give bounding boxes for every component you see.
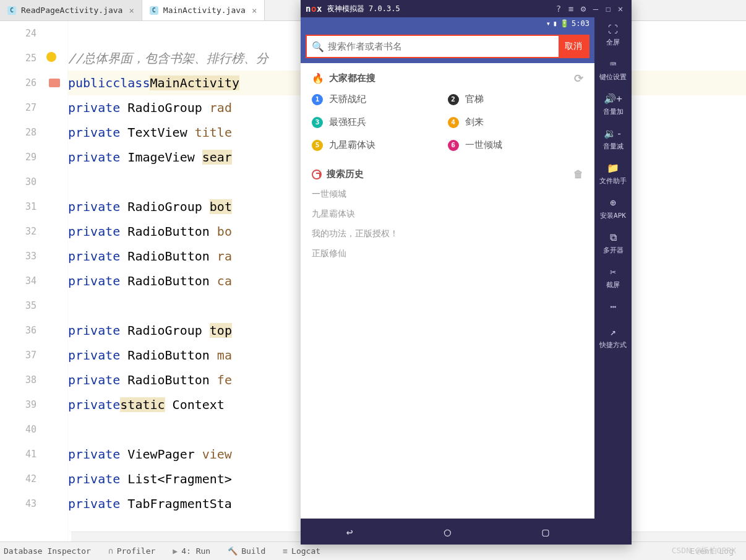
rank-badge: 2: [448, 94, 459, 105]
nox-side-button[interactable]: ✂截屏: [606, 266, 620, 290]
hot-item-label: 一世倾城: [465, 139, 502, 151]
side-label: 多开器: [603, 246, 624, 255]
nox-side-button[interactable]: ⊕安装APK: [600, 197, 626, 220]
signal-icon: ▮: [553, 19, 557, 28]
menu-icon[interactable]: ≡: [565, 4, 577, 14]
line-number: 24: [0, 21, 67, 46]
tool-icon: ▶: [173, 546, 178, 556]
maximize-icon[interactable]: ☐: [602, 4, 614, 14]
hot-search-item[interactable]: 5九星霸体诀: [312, 139, 448, 151]
toolwindow-button[interactable]: Database Inspector: [0, 546, 91, 556]
rank-badge: 5: [312, 140, 323, 151]
class-gutter-icon: [49, 79, 60, 87]
search-input[interactable]: [328, 41, 554, 52]
hot-search-item[interactable]: 2官梯: [448, 93, 584, 105]
line-number: 32: [0, 219, 67, 244]
line-number: 34: [0, 269, 67, 293]
line-number: 25: [0, 46, 67, 71]
hot-search-item[interactable]: 1天骄战纪: [312, 93, 448, 105]
minimize-icon[interactable]: —: [590, 4, 602, 14]
editor-tab[interactable]: CMainActivity.java×: [142, 0, 265, 20]
nox-logo: nox: [306, 4, 322, 14]
toolwindow-button[interactable]: ∩Profiler: [108, 546, 155, 556]
line-number: 33: [0, 244, 67, 269]
tool-icon: ≡: [283, 546, 288, 556]
line-number: 43: [0, 491, 67, 516]
tab-label: ReadPageActivity.java: [21, 6, 122, 15]
line-number: 42: [0, 467, 67, 491]
android-status-bar: ▾ ▮ 🔋 5:03: [301, 17, 594, 30]
nav-recent-icon[interactable]: ▢: [542, 525, 549, 538]
cancel-button[interactable]: 取消: [559, 36, 588, 57]
gear-icon[interactable]: ⚙: [577, 4, 590, 14]
side-icon: ↗: [610, 326, 616, 338]
line-number: 36: [0, 318, 67, 343]
history-item[interactable]: 九星霸体诀: [312, 209, 583, 220]
side-label: 截屏: [606, 280, 620, 290]
wifi-icon: ▾: [546, 19, 551, 28]
editor-tab[interactable]: CReadPageActivity.java×: [0, 0, 142, 20]
tool-icon: ∩: [108, 546, 113, 556]
line-number: 38: [0, 368, 67, 392]
nox-side-button[interactable]: ⧉多开器: [603, 231, 624, 255]
app-content[interactable]: 🔥 大家都在搜 ⟳ 1天骄战纪2官梯3最强狂兵4剑来5九星霸体诀6一世倾城 搜索…: [301, 63, 594, 519]
hot-search-item[interactable]: 4剑来: [448, 116, 584, 128]
side-label: 快捷方式: [599, 340, 627, 350]
nox-side-button[interactable]: ⛶全屏: [606, 24, 620, 47]
nox-side-button[interactable]: ⋯: [610, 301, 616, 315]
line-number: 28: [0, 120, 67, 145]
toolwindow-button[interactable]: ▶4: Run: [173, 546, 210, 556]
side-icon: ⧉: [610, 231, 617, 243]
history-item[interactable]: 一世倾城: [312, 189, 583, 200]
tool-label: Database Inspector: [4, 546, 91, 556]
history-header-label: 搜索历史: [327, 168, 364, 180]
hot-header-label: 大家都在搜: [329, 72, 375, 84]
class-file-icon: C: [150, 6, 158, 15]
line-number: 30: [0, 170, 67, 194]
trash-icon[interactable]: 🗑: [573, 168, 583, 180]
rank-badge: 3: [312, 117, 323, 128]
nox-side-toolbar: ⛶全屏⌨键位设置🔊+音量加🔉-音量减📁文件助手⊕安装APK⧉多开器✂截屏⋯↗快捷…: [594, 17, 632, 545]
side-label: 音量减: [603, 142, 624, 151]
hot-item-label: 剑来: [465, 116, 484, 128]
line-number: 41: [0, 442, 67, 467]
android-nav-bar: ↩ ◯ ▢: [301, 519, 594, 545]
history-item[interactable]: 我的功法，正版授权！: [312, 228, 583, 239]
side-icon: ⌨: [610, 58, 616, 70]
help-icon[interactable]: ?: [552, 4, 565, 14]
hot-search-item[interactable]: 6一世倾城: [448, 139, 584, 151]
history-list: 一世倾城九星霸体诀我的功法，正版授权！正版修仙: [312, 189, 583, 259]
side-icon: ✂: [610, 266, 616, 278]
class-file-icon: C: [7, 6, 16, 15]
nav-home-icon[interactable]: ◯: [444, 525, 451, 538]
hot-item-label: 天骄战纪: [329, 93, 366, 105]
close-tab-icon[interactable]: ×: [252, 6, 257, 15]
refresh-icon[interactable]: ⟳: [574, 72, 583, 85]
nox-side-button[interactable]: 📁文件助手: [599, 162, 627, 186]
nox-window: nox 夜神模拟器 7.0.3.5 ? ≡ ⚙ — ☐ ✕ ▾ ▮ 🔋 5:03…: [301, 0, 632, 545]
tool-label: Build: [241, 546, 265, 556]
hot-item-label: 官梯: [465, 93, 484, 105]
bulb-icon[interactable]: [46, 52, 56, 64]
search-input-wrap[interactable]: 🔍: [307, 36, 559, 57]
side-icon: ⋯: [610, 301, 616, 312]
fire-icon: 🔥: [312, 72, 324, 84]
nox-titlebar[interactable]: nox 夜神模拟器 7.0.3.5 ? ≡ ⚙ — ☐ ✕: [301, 0, 632, 17]
close-icon[interactable]: ✕: [614, 4, 627, 14]
nav-back-icon[interactable]: ↩: [346, 525, 353, 538]
side-icon: 🔉-: [604, 127, 622, 139]
nox-side-button[interactable]: ↗快捷方式: [599, 326, 627, 350]
rank-badge: 6: [448, 140, 459, 151]
search-bar: 🔍 取消: [301, 30, 594, 63]
toolwindow-button[interactable]: 🔨Build: [228, 546, 265, 556]
close-tab-icon[interactable]: ×: [129, 6, 134, 15]
battery-icon: 🔋: [560, 19, 569, 28]
side-icon: 📁: [607, 162, 619, 174]
toolwindow-button[interactable]: ≡Logcat: [283, 546, 320, 556]
nox-side-button[interactable]: 🔊+音量加: [603, 93, 624, 116]
nox-side-button[interactable]: 🔉-音量减: [603, 127, 624, 151]
hot-search-item[interactable]: 3最强狂兵: [312, 116, 448, 128]
rank-badge: 4: [448, 117, 459, 128]
history-item[interactable]: 正版修仙: [312, 248, 583, 259]
nox-side-button[interactable]: ⌨键位设置: [599, 58, 627, 82]
